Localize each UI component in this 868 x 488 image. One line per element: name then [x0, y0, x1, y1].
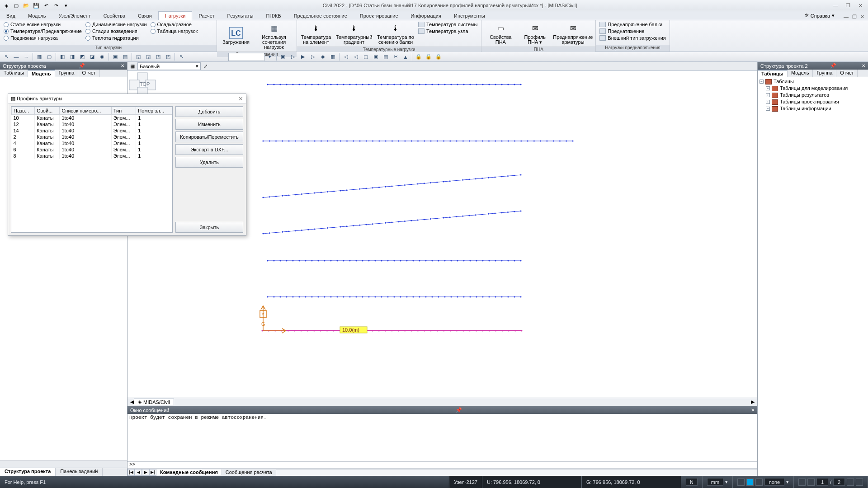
right-tree[interactable]: −Таблицы +Таблицы для моделирования +Таб… — [758, 77, 868, 476]
tb-l1[interactable]: 🔒 — [414, 53, 423, 61]
tb-i2[interactable]: ▢ — [45, 53, 54, 61]
msg-first-icon[interactable]: |◀ — [127, 469, 135, 476]
msg-input[interactable]: >> — [127, 461, 757, 468]
msg-prev-icon[interactable]: ◀ — [135, 469, 142, 476]
tb-i5[interactable]: ◩ — [78, 53, 87, 61]
btn-pna-props[interactable]: ▭Свойства ПНА — [484, 21, 517, 46]
msg-body[interactable]: Проект будет сохранен в режиме автосохра… — [127, 414, 757, 461]
right-close-icon[interactable]: ✕ — [862, 63, 865, 68]
radio-dynamic[interactable]: Динамические нагрузки — [85, 21, 148, 28]
tb-p5[interactable]: ◆ — [318, 53, 327, 61]
table-row[interactable]: 6Канаты1to40Элем...1 — [12, 146, 172, 153]
tab-calc[interactable]: Расчет — [192, 12, 221, 20]
tb-i10[interactable]: ◱ — [134, 53, 143, 61]
tab-results[interactable]: Результаты — [221, 12, 259, 20]
tb-i12[interactable]: ◳ — [154, 53, 163, 61]
tb-i4[interactable]: ◨ — [68, 53, 77, 61]
link-external[interactable]: Внешний тип загружения — [599, 35, 666, 41]
tb-p6[interactable]: ▦ — [328, 53, 337, 61]
doc-tab-next[interactable]: ▶ — [751, 399, 755, 405]
msg-tab-cmd[interactable]: Командные сообщения — [156, 469, 222, 475]
table-row[interactable]: 8Канаты1to40Элем...1 — [12, 153, 172, 159]
redo-icon[interactable]: ↷ — [52, 1, 61, 9]
minimize-icon[interactable]: — — [833, 3, 838, 9]
btn-usingcomb[interactable]: ▦Используя сочетания нагрузок — [254, 21, 294, 51]
btn-pna-profile[interactable]: ✉Профиль ПНА ▾ — [519, 21, 551, 46]
tb-v7[interactable]: ▲ — [401, 53, 410, 61]
radio-stages[interactable]: Стадии возведения — [85, 28, 148, 34]
tb-redo-icon[interactable]: → — [22, 53, 31, 61]
app-icon[interactable]: ◈ — [2, 1, 11, 9]
right-tab-model[interactable]: Модель — [788, 70, 813, 77]
left-tab-group[interactable]: Группа — [55, 70, 79, 77]
link-pretension[interactable]: Преднатяжение — [599, 28, 666, 34]
radio-static[interactable]: Статические нагрузки — [3, 21, 83, 28]
left-tab-model[interactable]: Модель — [28, 70, 55, 77]
btn-copy[interactable]: Копировать/Переместить — [175, 131, 243, 142]
table-row[interactable]: 2Канаты1to40Элем...1 — [12, 134, 172, 140]
radio-hydration[interactable]: Теплота гидратации — [85, 35, 148, 41]
tb-i11[interactable]: ◲ — [144, 53, 153, 61]
tb-p1[interactable]: ▣ — [278, 53, 288, 61]
btab-taskpanel[interactable]: Панель заданий — [56, 468, 103, 476]
tb-cursor-icon[interactable]: ↖ — [177, 53, 186, 61]
btn-temp-elem[interactable]: 🌡Температура на элемент — [300, 21, 332, 46]
mdi-max-icon[interactable]: ❐ — [852, 14, 857, 20]
close-panel-icon[interactable]: ✕ — [121, 63, 124, 68]
tab-node[interactable]: Узел/Элемент — [52, 12, 97, 20]
save-icon[interactable]: 💾 — [32, 1, 41, 9]
snap1-icon[interactable] — [737, 479, 745, 486]
tab-model[interactable]: Модель — [22, 12, 52, 20]
sb-d-icon[interactable] — [856, 479, 863, 486]
link-prestress-beam[interactable]: Преднапряжение балки — [599, 21, 666, 28]
btn-delete[interactable]: Удалить — [175, 157, 243, 168]
radio-temp[interactable]: Температура/Преднапряжение — [3, 28, 83, 34]
radio-loadtable[interactable]: Таблица нагрузок — [150, 28, 199, 34]
maximize-icon[interactable]: ❐ — [846, 3, 850, 9]
tb-i13[interactable]: ◰ — [164, 53, 173, 61]
view-combo[interactable]: Базовый▾ — [137, 62, 201, 70]
status-none[interactable] — [764, 478, 784, 486]
tb-p2[interactable]: ▷ — [288, 53, 297, 61]
tendon-list[interactable]: Назв...Свой...Список номеро...ТипНомер э… — [11, 106, 173, 233]
tb-v3[interactable]: ▢ — [361, 53, 370, 61]
tb-l3[interactable]: 🔒 — [434, 53, 443, 61]
status-n[interactable] — [686, 478, 698, 486]
tab-pnzhb[interactable]: ПНЖБ — [259, 12, 287, 20]
tab-info[interactable]: Информация — [405, 12, 448, 20]
doc-tab-prev[interactable]: ◀ — [130, 399, 134, 405]
msg-close-icon[interactable]: ✕ — [751, 408, 755, 413]
left-tab-tables[interactable]: Таблицы — [0, 70, 28, 77]
right-tab-tables[interactable]: Таблицы — [758, 70, 788, 77]
tab-props[interactable]: Свойства — [97, 12, 132, 20]
status-unit[interactable] — [707, 478, 723, 486]
tb-v1[interactable]: ◁ — [341, 53, 350, 61]
open-icon[interactable]: 📂 — [22, 1, 31, 9]
tb-i6[interactable]: ◪ — [88, 53, 97, 61]
msg-pin-icon[interactable]: 📌 — [456, 407, 462, 413]
btn-export[interactable]: Экспорт в DXF... — [175, 144, 243, 155]
tb-p3[interactable]: ▶ — [298, 53, 307, 61]
tb-i3[interactable]: ◧ — [58, 53, 67, 61]
left-tab-report[interactable]: Отчет — [78, 70, 99, 77]
right-tab-report[interactable]: Отчет — [836, 70, 858, 77]
btab-structure[interactable]: Структура проекта — [0, 468, 56, 476]
btn-temp-grad[interactable]: 🌡Температурный градиент — [334, 21, 374, 46]
mdi-min-icon[interactable]: — — [844, 14, 849, 20]
link-temp-node[interactable]: Температура узла — [417, 28, 478, 34]
radio-settlement[interactable]: Осадка/разное — [150, 21, 199, 28]
view-expand-icon[interactable]: ⤢ — [203, 63, 208, 69]
table-row[interactable]: 12Канаты1to40Элем...1 — [12, 121, 172, 127]
btn-add[interactable]: Добавить — [175, 106, 243, 117]
tb-i9[interactable]: ▤ — [121, 53, 130, 61]
sb-b-icon[interactable] — [807, 479, 815, 486]
tb-v6[interactable]: ✂ — [391, 53, 400, 61]
btn-edit[interactable]: Изменить — [175, 119, 243, 130]
btn-temp-section[interactable]: 🌡Температура по сечению балки — [376, 21, 415, 46]
sb-a-icon[interactable] — [798, 479, 806, 486]
tb-v5[interactable]: ▤ — [381, 53, 390, 61]
new-icon[interactable]: ▢ — [12, 1, 21, 9]
close-icon[interactable]: ✕ — [859, 3, 863, 9]
msg-tab-calc[interactable]: Сообщения расчета — [222, 469, 276, 475]
mdi-close-icon[interactable]: ✕ — [860, 14, 864, 20]
